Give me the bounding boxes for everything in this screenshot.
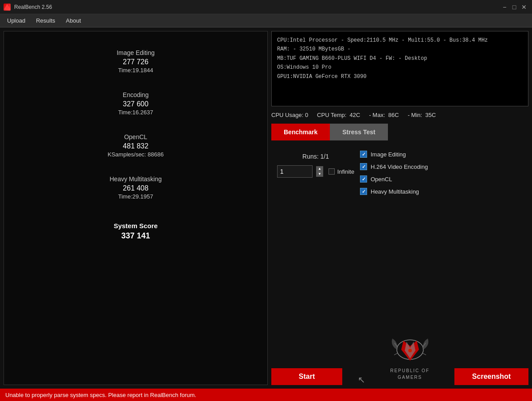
cpu-min-value: 35C — [425, 112, 436, 118]
checkbox-image-editing-label: Image Editing — [371, 151, 406, 158]
image-editing-time: Time:19.1844 — [117, 67, 155, 74]
app-icon — [4, 4, 11, 11]
cpu-usage-label: CPU Usage: 0 — [271, 112, 308, 118]
image-editing-score: 277 726 — [117, 58, 155, 66]
title-bar-left: RealBench 2.56 — [4, 4, 52, 11]
checkbox-h264-label: H.264 Video Encoding — [371, 164, 428, 170]
menu-about[interactable]: About — [61, 16, 86, 26]
checkboxes-section: ✓ Image Editing ✓ H.264 Video Encoding ✓… — [360, 144, 528, 326]
infinite-checkbox[interactable] — [329, 168, 335, 175]
rog-logo-area: REPUBLIC OF GAMERS — [381, 330, 439, 385]
infinite-row: Infinite — [329, 168, 354, 175]
content-area: Image Editing 277 726 Time:19.1844 Encod… — [4, 31, 528, 385]
runs-input-row: ▲ ▼ Infinite — [277, 165, 354, 178]
infinite-label: Infinite — [337, 168, 354, 175]
cpu-max-value: 86C — [388, 112, 399, 118]
encoding-label: Encoding — [118, 91, 153, 98]
checkbox-image-editing[interactable]: ✓ — [360, 151, 367, 158]
checkbox-h264[interactable]: ✓ — [360, 163, 367, 170]
svg-marker-0 — [4, 4, 10, 9]
encoding-result: Encoding 327 600 Time:16.2637 — [118, 91, 153, 116]
cpu-min-label: - Min: 35C — [408, 112, 436, 118]
checkbox-heavy-multitasking[interactable]: ✓ — [360, 188, 367, 195]
system-info-text: CPU:Intel Processor - Speed:2110.5 MHz -… — [277, 36, 523, 81]
encoding-score: 327 600 — [118, 100, 153, 108]
right-panel: CPU:Intel Processor - Speed:2110.5 MHz -… — [271, 31, 528, 385]
left-panel: Image Editing 277 726 Time:19.1844 Encod… — [4, 31, 268, 385]
status-bar: Unable to properly parse system specs. P… — [0, 389, 532, 401]
sysinfo-line-4: OS:Windows 10 Pro — [277, 63, 523, 72]
tab-benchmark[interactable]: Benchmark — [271, 124, 330, 140]
checkbox-row-opencl: ✓ OpenCL — [360, 175, 528, 183]
title-bar: RealBench 2.56 − □ ✕ — [0, 0, 532, 14]
main-content: Image Editing 277 726 Time:19.1844 Encod… — [0, 27, 532, 389]
heavy-multitasking-score: 261 408 — [110, 184, 162, 192]
checkbox-row-heavy-multitasking: ✓ Heavy Multitasking — [360, 188, 528, 195]
cpu-stats-bar: CPU Usage: 0 CPU Temp: 42C - Max: 86C - … — [271, 110, 528, 120]
checkbox-heavy-multitasking-label: Heavy Multitasking — [371, 188, 419, 195]
runs-section: Runs: 1/1 ▲ ▼ Infinite — [271, 144, 360, 326]
svg-line-6 — [422, 353, 426, 355]
runs-increment-button[interactable]: ▲ — [316, 166, 323, 171]
window-title: RealBench 2.56 — [14, 4, 52, 10]
maximize-button[interactable]: □ — [510, 3, 519, 12]
system-score-result: System Score 337 141 — [113, 222, 157, 241]
opencl-label: OpenCL — [108, 133, 164, 140]
cpu-temp-value: 42C — [350, 112, 360, 118]
checkbox-row-image-editing: ✓ Image Editing — [360, 151, 528, 158]
sysinfo-line-2: RAM: - 32510 MBytesGB - — [277, 45, 523, 54]
sysinfo-line-5: GPU1:NVIDIA GeForce RTX 3090 — [277, 72, 523, 81]
rog-text: REPUBLIC OF GAMERS — [390, 367, 430, 381]
cpu-max-label: - Max: 86C — [369, 112, 399, 118]
sysinfo-line-3: MB:TUF GAMING B660-PLUS WIFI D4 - FW: - … — [277, 54, 523, 63]
title-controls: − □ ✕ — [500, 3, 528, 12]
screenshot-button[interactable]: Screenshot — [454, 368, 528, 385]
checkbox-opencl-label: OpenCL — [371, 176, 392, 183]
cpu-temp-label: CPU Temp: 42C — [317, 112, 360, 118]
runs-decrement-button[interactable]: ▼ — [316, 171, 323, 177]
runs-input[interactable] — [277, 165, 313, 178]
opencl-time: KSamples/sec: 88686 — [108, 151, 164, 158]
menu-bar: Upload Results About — [0, 14, 532, 27]
heavy-multitasking-time: Time:29.1957 — [110, 193, 162, 200]
opencl-result: OpenCL 481 832 KSamples/sec: 88686 — [108, 133, 164, 158]
controls-row: Runs: 1/1 ▲ ▼ Infinite — [271, 144, 528, 326]
system-score-label: System Score — [113, 222, 157, 230]
sysinfo-line-1: CPU:Intel Processor - Speed:2110.5 MHz -… — [277, 36, 523, 45]
menu-results[interactable]: Results — [31, 16, 60, 26]
opencl-score: 481 832 — [108, 142, 164, 150]
cursor-area: ↖ — [358, 374, 365, 385]
minimize-button[interactable]: − — [500, 3, 509, 12]
status-message: Unable to properly parse system specs. P… — [5, 392, 196, 398]
encoding-time: Time:16.2637 — [118, 109, 153, 116]
image-editing-label: Image Editing — [117, 49, 155, 56]
tab-stress-test[interactable]: Stress Test — [330, 124, 387, 140]
heavy-multitasking-label: Heavy Multitasking — [110, 175, 162, 183]
start-button[interactable]: Start — [271, 368, 342, 385]
svg-line-5 — [394, 353, 398, 355]
svg-point-2 — [408, 349, 412, 352]
cpu-usage-value: 0 — [305, 112, 308, 118]
system-score-value: 337 141 — [113, 231, 157, 241]
runs-label: Runs: 1/1 — [302, 153, 329, 160]
close-button[interactable]: ✕ — [520, 3, 528, 12]
runs-spinner: ▲ ▼ — [316, 166, 323, 177]
heavy-multitasking-result: Heavy Multitasking 261 408 Time:29.1957 — [110, 175, 162, 200]
tab-bar: Benchmark Stress Test — [271, 124, 528, 140]
image-editing-result: Image Editing 277 726 Time:19.1844 — [117, 49, 155, 74]
checkbox-opencl[interactable]: ✓ — [360, 175, 367, 183]
rog-logo-svg — [386, 334, 434, 367]
bottom-area: Start ↖ — [271, 330, 528, 385]
system-info-box: CPU:Intel Processor - Speed:2110.5 MHz -… — [271, 31, 528, 106]
checkbox-row-h264: ✓ H.264 Video Encoding — [360, 163, 528, 170]
menu-upload[interactable]: Upload — [2, 16, 31, 26]
